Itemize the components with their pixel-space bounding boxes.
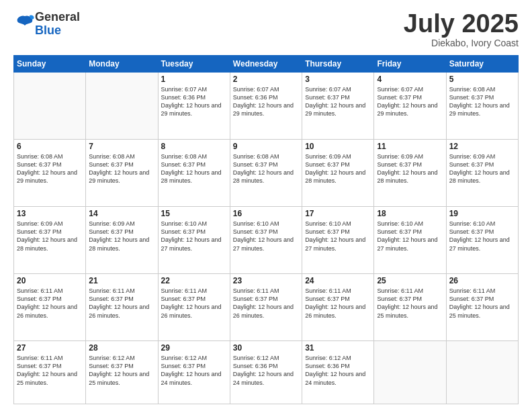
day-info: Sunrise: 6:10 AM Sunset: 6:37 PM Dayligh…	[449, 220, 510, 251]
day-number: 23	[233, 276, 299, 285]
day-info: Sunrise: 6:09 AM Sunset: 6:37 PM Dayligh…	[17, 220, 77, 251]
day-info: Sunrise: 6:08 AM Sunset: 6:37 PM Dayligh…	[89, 153, 149, 184]
calendar-cell: 26Sunrise: 6:11 AM Sunset: 6:37 PM Dayli…	[446, 274, 518, 341]
day-info: Sunrise: 6:11 AM Sunset: 6:37 PM Dayligh…	[17, 287, 77, 318]
calendar-cell: 24Sunrise: 6:11 AM Sunset: 6:37 PM Dayli…	[302, 274, 374, 341]
weekday-header: Tuesday	[158, 56, 230, 73]
day-number: 8	[161, 142, 227, 151]
day-info: Sunrise: 6:12 AM Sunset: 6:37 PM Dayligh…	[89, 355, 149, 385]
calendar-week-row: 1Sunrise: 6:07 AM Sunset: 6:36 PM Daylig…	[14, 73, 519, 140]
day-info: Sunrise: 6:11 AM Sunset: 6:37 PM Dayligh…	[305, 287, 365, 318]
day-info: Sunrise: 6:11 AM Sunset: 6:37 PM Dayligh…	[89, 287, 149, 318]
day-info: Sunrise: 6:11 AM Sunset: 6:37 PM Dayligh…	[161, 287, 222, 318]
calendar-cell: 5Sunrise: 6:08 AM Sunset: 6:37 PM Daylig…	[446, 73, 518, 140]
calendar-cell: 21Sunrise: 6:11 AM Sunset: 6:37 PM Dayli…	[86, 274, 158, 341]
day-number: 7	[89, 142, 154, 151]
day-number: 11	[377, 142, 443, 151]
day-info: Sunrise: 6:11 AM Sunset: 6:37 PM Dayligh…	[377, 287, 437, 318]
calendar-cell: 7Sunrise: 6:08 AM Sunset: 6:37 PM Daylig…	[86, 140, 158, 207]
day-info: Sunrise: 6:12 AM Sunset: 6:36 PM Dayligh…	[233, 355, 294, 385]
calendar-cell: 23Sunrise: 6:11 AM Sunset: 6:37 PM Dayli…	[230, 274, 302, 341]
day-info: Sunrise: 6:10 AM Sunset: 6:37 PM Dayligh…	[233, 220, 294, 251]
calendar-cell: 30Sunrise: 6:12 AM Sunset: 6:36 PM Dayli…	[230, 341, 302, 404]
day-info: Sunrise: 6:11 AM Sunset: 6:37 PM Dayligh…	[449, 287, 510, 318]
calendar-cell: 22Sunrise: 6:11 AM Sunset: 6:37 PM Dayli…	[158, 274, 230, 341]
day-number: 2	[233, 75, 299, 84]
calendar-cell: 8Sunrise: 6:08 AM Sunset: 6:37 PM Daylig…	[158, 140, 230, 207]
day-info: Sunrise: 6:08 AM Sunset: 6:37 PM Dayligh…	[161, 153, 222, 184]
day-info: Sunrise: 6:09 AM Sunset: 6:37 PM Dayligh…	[449, 153, 510, 184]
calendar-cell: 19Sunrise: 6:10 AM Sunset: 6:37 PM Dayli…	[446, 207, 518, 274]
page: General Blue July 2025 Diekabo, Ivory Co…	[0, 0, 532, 411]
calendar-cell: 16Sunrise: 6:10 AM Sunset: 6:37 PM Dayli…	[230, 207, 302, 274]
calendar-table: SundayMondayTuesdayWednesdayThursdayFrid…	[13, 55, 519, 404]
weekday-header: Sunday	[14, 56, 86, 73]
calendar-header-row: SundayMondayTuesdayWednesdayThursdayFrid…	[14, 56, 519, 73]
day-info: Sunrise: 6:10 AM Sunset: 6:37 PM Dayligh…	[377, 220, 437, 251]
day-number: 19	[449, 209, 515, 218]
day-info: Sunrise: 6:07 AM Sunset: 6:36 PM Dayligh…	[161, 86, 222, 117]
header: General Blue July 2025 Diekabo, Ivory Co…	[13, 11, 519, 48]
calendar-cell: 6Sunrise: 6:08 AM Sunset: 6:37 PM Daylig…	[14, 140, 86, 207]
day-number: 9	[233, 142, 299, 151]
logo-text: General Blue	[35, 11, 80, 38]
calendar-cell: 28Sunrise: 6:12 AM Sunset: 6:37 PM Dayli…	[86, 341, 158, 404]
calendar-cell: 20Sunrise: 6:11 AM Sunset: 6:37 PM Dayli…	[14, 274, 86, 341]
location-title: Diekabo, Ivory Coast	[404, 38, 519, 48]
calendar-cell: 9Sunrise: 6:08 AM Sunset: 6:37 PM Daylig…	[230, 140, 302, 207]
day-number: 25	[377, 276, 443, 285]
day-number: 16	[233, 209, 299, 218]
logo-blue: Blue	[35, 24, 80, 38]
day-number: 22	[161, 276, 227, 285]
day-info: Sunrise: 6:09 AM Sunset: 6:37 PM Dayligh…	[89, 220, 149, 251]
calendar-cell: 4Sunrise: 6:07 AM Sunset: 6:37 PM Daylig…	[374, 73, 446, 140]
calendar-cell	[374, 341, 446, 404]
calendar-cell: 18Sunrise: 6:10 AM Sunset: 6:37 PM Dayli…	[374, 207, 446, 274]
day-info: Sunrise: 6:10 AM Sunset: 6:37 PM Dayligh…	[305, 220, 365, 251]
calendar-cell: 2Sunrise: 6:07 AM Sunset: 6:36 PM Daylig…	[230, 73, 302, 140]
weekday-header: Monday	[86, 56, 158, 73]
day-number: 21	[89, 276, 154, 285]
calendar-cell: 10Sunrise: 6:09 AM Sunset: 6:37 PM Dayli…	[302, 140, 374, 207]
day-number: 6	[17, 142, 83, 151]
weekday-header: Friday	[374, 56, 446, 73]
weekday-header: Saturday	[446, 56, 518, 73]
day-number: 29	[161, 343, 227, 353]
day-number: 4	[377, 75, 443, 84]
day-info: Sunrise: 6:08 AM Sunset: 6:37 PM Dayligh…	[17, 153, 77, 184]
calendar-cell: 15Sunrise: 6:10 AM Sunset: 6:37 PM Dayli…	[158, 207, 230, 274]
calendar-cell: 17Sunrise: 6:10 AM Sunset: 6:37 PM Dayli…	[302, 207, 374, 274]
day-number: 27	[17, 343, 83, 353]
day-number: 15	[161, 209, 227, 218]
calendar-cell: 1Sunrise: 6:07 AM Sunset: 6:36 PM Daylig…	[158, 73, 230, 140]
day-number: 14	[89, 209, 154, 218]
calendar-cell: 14Sunrise: 6:09 AM Sunset: 6:37 PM Dayli…	[86, 207, 158, 274]
day-number: 18	[377, 209, 443, 218]
calendar-cell: 3Sunrise: 6:07 AM Sunset: 6:37 PM Daylig…	[302, 73, 374, 140]
day-number: 31	[305, 343, 371, 353]
day-number: 3	[305, 75, 371, 84]
weekday-header: Thursday	[302, 56, 374, 73]
calendar-week-row: 6Sunrise: 6:08 AM Sunset: 6:37 PM Daylig…	[14, 140, 519, 207]
calendar-cell: 31Sunrise: 6:12 AM Sunset: 6:36 PM Dayli…	[302, 341, 374, 404]
day-info: Sunrise: 6:10 AM Sunset: 6:37 PM Dayligh…	[161, 220, 222, 251]
day-info: Sunrise: 6:11 AM Sunset: 6:37 PM Dayligh…	[233, 287, 294, 318]
calendar-cell: 12Sunrise: 6:09 AM Sunset: 6:37 PM Dayli…	[446, 140, 518, 207]
month-title: July 2025	[404, 11, 519, 36]
calendar-week-row: 27Sunrise: 6:11 AM Sunset: 6:37 PM Dayli…	[14, 341, 519, 404]
day-number: 13	[17, 209, 83, 218]
day-number: 17	[305, 209, 371, 218]
calendar-cell	[14, 73, 86, 140]
calendar-cell: 27Sunrise: 6:11 AM Sunset: 6:37 PM Dayli…	[14, 341, 86, 404]
day-info: Sunrise: 6:12 AM Sunset: 6:36 PM Dayligh…	[305, 355, 365, 385]
calendar-cell: 11Sunrise: 6:09 AM Sunset: 6:37 PM Dayli…	[374, 140, 446, 207]
day-number: 26	[449, 276, 515, 285]
weekday-header: Wednesday	[230, 56, 302, 73]
day-number: 24	[305, 276, 371, 285]
day-number: 20	[17, 276, 83, 285]
logo-general: General	[35, 11, 80, 24]
calendar-cell: 25Sunrise: 6:11 AM Sunset: 6:37 PM Dayli…	[374, 274, 446, 341]
day-info: Sunrise: 6:09 AM Sunset: 6:37 PM Dayligh…	[305, 153, 365, 184]
day-number: 10	[305, 142, 371, 151]
day-info: Sunrise: 6:07 AM Sunset: 6:37 PM Dayligh…	[377, 86, 437, 117]
